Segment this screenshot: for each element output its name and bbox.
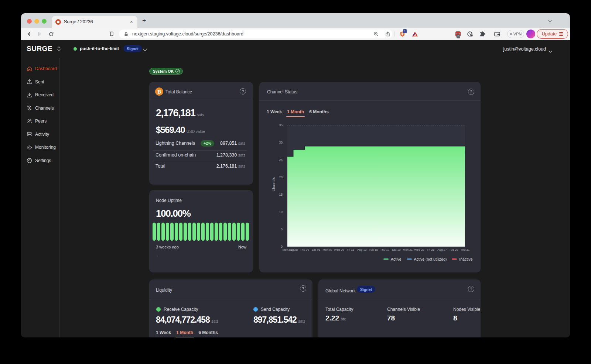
- sidebar-item-label: Dashboard: [35, 66, 57, 71]
- toolbar-divider: [394, 31, 394, 37]
- lock-icon[interactable]: [123, 30, 129, 38]
- sidebar-item-peers[interactable]: Peers: [27, 116, 59, 126]
- sidebar-item-label: Activity: [35, 132, 49, 137]
- node-uptime-card: Node Uptime 100.00% 3 weeks ago Now ←: [149, 190, 253, 272]
- back-button[interactable]: [25, 28, 32, 40]
- balance-amount: 2,176,181: [156, 107, 195, 119]
- tab-close-icon[interactable]: ×: [130, 19, 133, 25]
- liquidity-tab-6-months[interactable]: 6 Months: [198, 330, 218, 337]
- address-bar[interactable]: nextgen.staging.voltage.cloud/surge/2023…: [119, 30, 392, 38]
- sidebar-item-label: Settings: [35, 158, 51, 163]
- balance-row: Confirmed on-chain1,278,330 sats: [156, 152, 245, 158]
- total-balance-card: ₿ Total Balance ? 2,176,181 sats $569.40…: [149, 82, 253, 185]
- x-month-annotation: August: [284, 248, 303, 251]
- sidebar-item-label: Received: [35, 92, 54, 97]
- y-tick-label: 5: [271, 227, 283, 231]
- new-tab-button[interactable]: +: [142, 17, 146, 25]
- legend-item-active[interactable]: Active: [383, 257, 402, 261]
- menu-icon: [559, 32, 563, 36]
- global-network-badge: Signet: [357, 286, 375, 293]
- update-button[interactable]: Update: [537, 29, 568, 39]
- usd-unit: USD value: [187, 129, 205, 134]
- wallet-icon[interactable]: [493, 28, 501, 40]
- url-text: nextgen.staging.voltage.cloud/surge/2023…: [132, 31, 243, 37]
- workspace-switcher-icon[interactable]: [57, 46, 61, 53]
- account-chevron-icon[interactable]: [549, 48, 552, 55]
- uptime-end-label: Now: [238, 245, 246, 249]
- balance-amount-row: 2,176,181 sats: [156, 107, 204, 119]
- check-circle-icon: [175, 69, 180, 73]
- profile-avatar[interactable]: [526, 30, 535, 38]
- browser-tab[interactable]: Surge / 20236 ×: [52, 16, 137, 28]
- uptime-back-arrow[interactable]: ←: [156, 253, 160, 258]
- extension-badge: 5: [457, 34, 460, 38]
- send-capacity-label-row: Send Capacity: [253, 307, 290, 312]
- balance-unit: sats: [197, 113, 204, 117]
- extension-meet-icon[interactable]: 5: [454, 28, 462, 40]
- liquidity-tab-1-week[interactable]: 1 Week: [156, 330, 171, 337]
- brave-shield-icon[interactable]: 1: [399, 28, 406, 40]
- home-icon: [27, 66, 32, 72]
- bookmark-icon[interactable]: [108, 28, 115, 40]
- node-selector[interactable]: push-it-to-the-limit: [80, 46, 119, 51]
- received-icon: [27, 92, 32, 98]
- balance-row-label: Total: [156, 164, 165, 169]
- legend-item-active-not-utilized-[interactable]: Active (not utilized): [407, 257, 447, 261]
- browser-window: Surge / 20236 × + nextgen.staging.voltag…: [21, 13, 570, 337]
- tab-search-chevron-icon[interactable]: [548, 18, 552, 25]
- sidebar-item-activity[interactable]: Activity: [27, 130, 59, 139]
- extension-privacy-icon[interactable]: [466, 28, 474, 40]
- uptime-bars: [153, 223, 249, 241]
- liquidity-title: Liquidity: [156, 288, 172, 293]
- bat-icon[interactable]: [411, 28, 419, 40]
- send-capacity-value: 897,851.542: [253, 315, 297, 324]
- legend-item-inactive[interactable]: Inactive: [452, 257, 472, 261]
- usd-amount: $569.40: [156, 125, 185, 135]
- surge-app: SURGE push-it-to-the-limit Signet justin…: [21, 40, 570, 337]
- channel-status-tab-6-months[interactable]: 6 Months: [309, 109, 329, 117]
- channel-status-help-icon[interactable]: ?: [468, 89, 474, 95]
- bitcoin-icon: ₿: [155, 87, 163, 96]
- traffic-light-maximize[interactable]: [42, 19, 47, 24]
- network-badge: Signet: [123, 45, 142, 52]
- extensions-puzzle-icon[interactable]: [479, 28, 486, 40]
- total-balance-help-icon[interactable]: ?: [240, 88, 246, 95]
- account-menu[interactable]: justin@voltage.cloud: [503, 47, 546, 52]
- zoom-out-icon[interactable]: [373, 30, 379, 38]
- channel-status-tab-1-month[interactable]: 1 Month: [287, 109, 304, 117]
- total-balance-title: Total Balance: [165, 89, 192, 95]
- liquidity-card: Liquidity ? Receive Capacity 84,074,772.…: [149, 279, 312, 337]
- liquidity-tab-1-month[interactable]: 1 Month: [176, 330, 193, 337]
- stat-label: Nodes Visible: [453, 307, 480, 312]
- chart-legend: ActiveActive (not utilized)Inactive: [383, 257, 472, 261]
- y-tick-label: 30: [271, 141, 283, 144]
- update-label: Update: [542, 31, 557, 37]
- channel-status-chart: [287, 125, 465, 247]
- sidebar-item-channels[interactable]: Channels: [27, 103, 59, 113]
- x-tick-label: Thu 31: [455, 248, 475, 251]
- channel-status-tab-1-week[interactable]: 1 Week: [267, 109, 282, 117]
- tab-strip: Surge / 20236 × +: [21, 13, 570, 28]
- sidebar-item-sent[interactable]: Sent: [27, 77, 59, 87]
- sidebar-item-monitoring[interactable]: Monitoring: [27, 142, 59, 152]
- sidebar-item-received[interactable]: Received: [27, 90, 59, 100]
- liquidity-help-icon[interactable]: ?: [300, 285, 306, 292]
- node-status-dot: [74, 47, 77, 51]
- vpn-button[interactable]: VPN: [507, 30, 524, 38]
- balance-row-label: Confirmed on-chain: [156, 152, 196, 158]
- stat-label: Total Capacity: [325, 307, 353, 312]
- uptime-start-label: 3 weeks ago: [156, 245, 179, 249]
- node-chevron-icon[interactable]: [143, 47, 147, 54]
- forward-button[interactable]: [36, 28, 43, 40]
- channels-icon: [27, 105, 32, 111]
- receive-capacity-value: 84,074,772.458: [156, 315, 210, 324]
- reload-button[interactable]: [48, 28, 54, 40]
- traffic-light-close[interactable]: [27, 19, 32, 24]
- traffic-light-minimize[interactable]: [34, 19, 39, 24]
- sidebar-item-settings[interactable]: Settings: [27, 156, 59, 165]
- global-network-help-icon[interactable]: ?: [468, 286, 474, 292]
- uptime-value: 100.00%: [156, 208, 191, 219]
- percent-badge: +2%: [201, 140, 214, 147]
- share-icon[interactable]: [384, 30, 391, 38]
- sidebar-item-dashboard[interactable]: Dashboard: [27, 64, 59, 73]
